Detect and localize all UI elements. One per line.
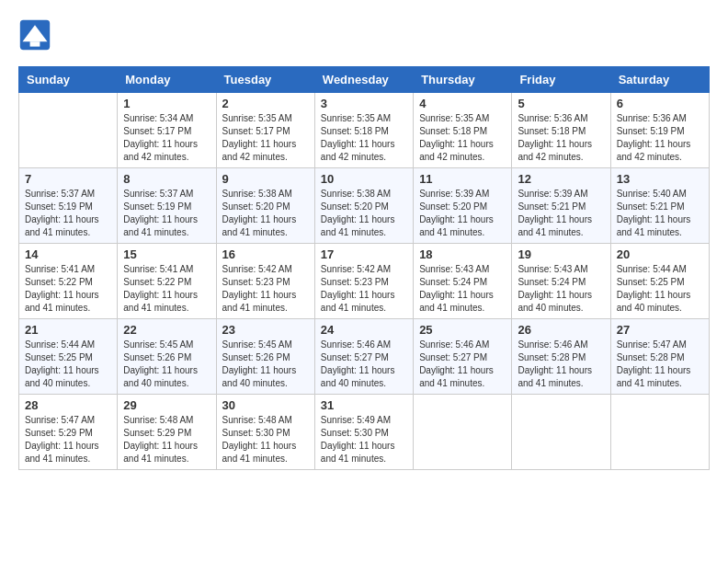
calendar-cell: 19Sunrise: 5:43 AM Sunset: 5:24 PM Dayli… xyxy=(512,244,610,319)
calendar-table: SundayMondayTuesdayWednesdayThursdayFrid… xyxy=(18,66,710,470)
day-info: Sunrise: 5:36 AM Sunset: 5:19 PM Dayligh… xyxy=(617,112,703,164)
calendar-cell xyxy=(19,93,118,168)
week-row-3: 14Sunrise: 5:41 AM Sunset: 5:22 PM Dayli… xyxy=(19,244,710,319)
day-info: Sunrise: 5:41 AM Sunset: 5:22 PM Dayligh… xyxy=(25,263,111,315)
calendar-cell: 16Sunrise: 5:42 AM Sunset: 5:23 PM Dayli… xyxy=(216,244,314,319)
day-info: Sunrise: 5:38 AM Sunset: 5:20 PM Dayligh… xyxy=(222,188,309,239)
day-info: Sunrise: 5:46 AM Sunset: 5:27 PM Dayligh… xyxy=(321,339,407,390)
calendar-cell: 15Sunrise: 5:41 AM Sunset: 5:22 PM Dayli… xyxy=(118,244,216,319)
day-info: Sunrise: 5:43 AM Sunset: 5:24 PM Dayligh… xyxy=(419,263,506,315)
day-info: Sunrise: 5:34 AM Sunset: 5:17 PM Dayligh… xyxy=(123,112,210,164)
calendar-cell: 25Sunrise: 5:46 AM Sunset: 5:27 PM Dayli… xyxy=(414,319,512,395)
day-number: 11 xyxy=(419,172,506,186)
day-number: 22 xyxy=(123,323,210,337)
day-info: Sunrise: 5:44 AM Sunset: 5:25 PM Dayligh… xyxy=(25,339,111,390)
header-cell-wednesday: Wednesday xyxy=(314,67,413,93)
calendar-cell: 20Sunrise: 5:44 AM Sunset: 5:25 PM Dayli… xyxy=(610,244,709,319)
logo-icon xyxy=(18,18,51,52)
calendar-cell: 30Sunrise: 5:48 AM Sunset: 5:30 PM Dayli… xyxy=(216,395,314,470)
day-info: Sunrise: 5:37 AM Sunset: 5:19 PM Dayligh… xyxy=(25,188,111,239)
calendar-cell: 7Sunrise: 5:37 AM Sunset: 5:19 PM Daylig… xyxy=(19,168,118,244)
day-info: Sunrise: 5:45 AM Sunset: 5:26 PM Dayligh… xyxy=(123,339,210,390)
day-number: 30 xyxy=(222,398,309,412)
calendar-cell: 3Sunrise: 5:35 AM Sunset: 5:18 PM Daylig… xyxy=(314,93,413,168)
day-number: 2 xyxy=(222,97,309,110)
day-info: Sunrise: 5:45 AM Sunset: 5:26 PM Dayligh… xyxy=(222,339,309,390)
logo xyxy=(18,18,55,52)
calendar-cell: 26Sunrise: 5:46 AM Sunset: 5:28 PM Dayli… xyxy=(512,319,610,395)
calendar-cell: 4Sunrise: 5:35 AM Sunset: 5:18 PM Daylig… xyxy=(414,93,512,168)
day-number: 24 xyxy=(321,323,407,337)
day-info: Sunrise: 5:37 AM Sunset: 5:19 PM Dayligh… xyxy=(123,188,210,239)
header-cell-tuesday: Tuesday xyxy=(216,67,314,93)
day-info: Sunrise: 5:49 AM Sunset: 5:30 PM Dayligh… xyxy=(321,414,407,465)
day-number: 31 xyxy=(321,398,407,412)
day-number: 26 xyxy=(518,323,604,337)
day-number: 12 xyxy=(518,172,604,186)
day-info: Sunrise: 5:35 AM Sunset: 5:18 PM Dayligh… xyxy=(419,112,506,164)
day-number: 28 xyxy=(25,398,111,412)
day-info: Sunrise: 5:47 AM Sunset: 5:29 PM Dayligh… xyxy=(25,414,111,465)
day-info: Sunrise: 5:38 AM Sunset: 5:20 PM Dayligh… xyxy=(321,188,407,239)
calendar-cell: 12Sunrise: 5:39 AM Sunset: 5:21 PM Dayli… xyxy=(512,168,610,244)
calendar-cell: 23Sunrise: 5:45 AM Sunset: 5:26 PM Dayli… xyxy=(216,319,314,395)
week-row-4: 21Sunrise: 5:44 AM Sunset: 5:25 PM Dayli… xyxy=(19,319,710,395)
header-cell-sunday: Sunday xyxy=(19,67,118,93)
day-number: 23 xyxy=(222,323,309,337)
calendar-cell: 27Sunrise: 5:47 AM Sunset: 5:28 PM Dayli… xyxy=(610,319,709,395)
calendar-cell: 18Sunrise: 5:43 AM Sunset: 5:24 PM Dayli… xyxy=(414,244,512,319)
calendar-cell: 9Sunrise: 5:38 AM Sunset: 5:20 PM Daylig… xyxy=(216,168,314,244)
day-number: 4 xyxy=(419,97,506,110)
calendar-cell: 29Sunrise: 5:48 AM Sunset: 5:29 PM Dayli… xyxy=(118,395,216,470)
svg-rect-2 xyxy=(30,41,40,46)
calendar-cell: 17Sunrise: 5:42 AM Sunset: 5:23 PM Dayli… xyxy=(314,244,413,319)
day-info: Sunrise: 5:48 AM Sunset: 5:29 PM Dayligh… xyxy=(123,414,210,465)
header-cell-friday: Friday xyxy=(512,67,610,93)
day-info: Sunrise: 5:47 AM Sunset: 5:28 PM Dayligh… xyxy=(617,339,703,390)
day-number: 7 xyxy=(25,172,111,186)
day-info: Sunrise: 5:48 AM Sunset: 5:30 PM Dayligh… xyxy=(222,414,309,465)
calendar-cell: 10Sunrise: 5:38 AM Sunset: 5:20 PM Dayli… xyxy=(314,168,413,244)
day-number: 21 xyxy=(25,323,111,337)
calendar-cell: 21Sunrise: 5:44 AM Sunset: 5:25 PM Dayli… xyxy=(19,319,118,395)
calendar-cell: 31Sunrise: 5:49 AM Sunset: 5:30 PM Dayli… xyxy=(314,395,413,470)
calendar-cell: 8Sunrise: 5:37 AM Sunset: 5:19 PM Daylig… xyxy=(118,168,216,244)
day-number: 3 xyxy=(321,97,407,110)
day-number: 18 xyxy=(419,247,506,261)
calendar-cell: 6Sunrise: 5:36 AM Sunset: 5:19 PM Daylig… xyxy=(610,93,709,168)
calendar-cell: 14Sunrise: 5:41 AM Sunset: 5:22 PM Dayli… xyxy=(19,244,118,319)
week-row-5: 28Sunrise: 5:47 AM Sunset: 5:29 PM Dayli… xyxy=(19,395,710,470)
day-number: 19 xyxy=(518,247,604,261)
calendar-cell: 11Sunrise: 5:39 AM Sunset: 5:20 PM Dayli… xyxy=(414,168,512,244)
calendar-cell: 22Sunrise: 5:45 AM Sunset: 5:26 PM Dayli… xyxy=(118,319,216,395)
day-number: 25 xyxy=(419,323,506,337)
day-info: Sunrise: 5:35 AM Sunset: 5:17 PM Dayligh… xyxy=(222,112,309,164)
day-number: 27 xyxy=(617,323,703,337)
day-info: Sunrise: 5:39 AM Sunset: 5:20 PM Dayligh… xyxy=(419,188,506,239)
calendar-cell: 5Sunrise: 5:36 AM Sunset: 5:18 PM Daylig… xyxy=(512,93,610,168)
header-cell-saturday: Saturday xyxy=(610,67,709,93)
day-number: 8 xyxy=(123,172,210,186)
day-number: 10 xyxy=(321,172,407,186)
calendar-cell: 1Sunrise: 5:34 AM Sunset: 5:17 PM Daylig… xyxy=(118,93,216,168)
day-number: 29 xyxy=(123,398,210,412)
header-cell-monday: Monday xyxy=(118,67,216,93)
day-info: Sunrise: 5:40 AM Sunset: 5:21 PM Dayligh… xyxy=(617,188,703,239)
day-info: Sunrise: 5:41 AM Sunset: 5:22 PM Dayligh… xyxy=(123,263,210,315)
calendar-cell xyxy=(512,395,610,470)
day-number: 5 xyxy=(518,97,604,110)
day-info: Sunrise: 5:46 AM Sunset: 5:28 PM Dayligh… xyxy=(518,339,604,390)
day-number: 20 xyxy=(617,247,703,261)
week-row-2: 7Sunrise: 5:37 AM Sunset: 5:19 PM Daylig… xyxy=(19,168,710,244)
day-number: 13 xyxy=(617,172,703,186)
calendar-body: 1Sunrise: 5:34 AM Sunset: 5:17 PM Daylig… xyxy=(19,93,710,470)
header-row: SundayMondayTuesdayWednesdayThursdayFrid… xyxy=(19,67,710,93)
day-info: Sunrise: 5:43 AM Sunset: 5:24 PM Dayligh… xyxy=(518,263,604,315)
day-number: 15 xyxy=(123,247,210,261)
day-number: 17 xyxy=(321,247,407,261)
day-info: Sunrise: 5:42 AM Sunset: 5:23 PM Dayligh… xyxy=(321,263,407,315)
day-info: Sunrise: 5:42 AM Sunset: 5:23 PM Dayligh… xyxy=(222,263,309,315)
calendar-cell: 13Sunrise: 5:40 AM Sunset: 5:21 PM Dayli… xyxy=(610,168,709,244)
calendar-cell: 28Sunrise: 5:47 AM Sunset: 5:29 PM Dayli… xyxy=(19,395,118,470)
calendar-cell xyxy=(414,395,512,470)
